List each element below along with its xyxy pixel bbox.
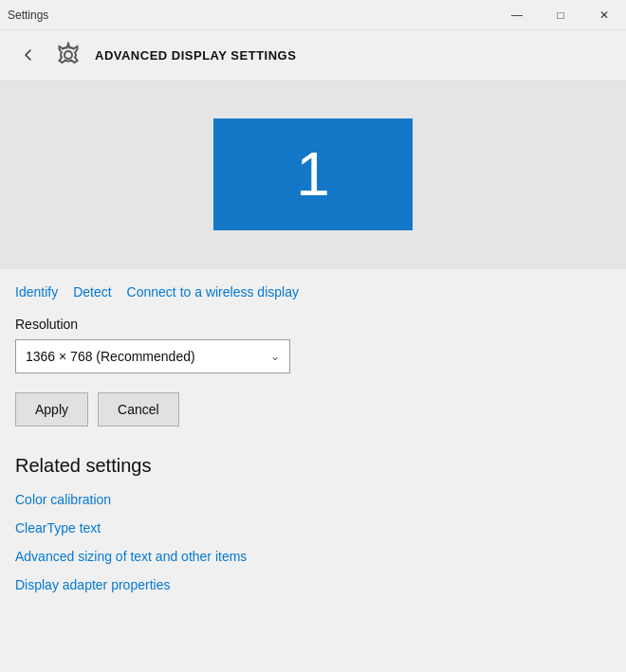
title-bar-left: Settings <box>8 9 48 22</box>
content-area: 1 Identify Detect Connect to a wireless … <box>0 80 626 672</box>
resolution-label: Resolution <box>15 317 611 332</box>
apply-button[interactable]: Apply <box>15 392 88 427</box>
display-monitor: 1 <box>213 118 413 230</box>
display-adapter-link[interactable]: Display adapter properties <box>15 577 611 592</box>
cancel-button[interactable]: Cancel <box>98 392 179 427</box>
detect-link[interactable]: Detect <box>73 284 111 300</box>
buttons-row: Apply Cancel <box>15 392 611 427</box>
chevron-down-icon: ⌄ <box>270 350 280 363</box>
back-icon <box>21 47 36 63</box>
svg-point-0 <box>64 51 72 59</box>
color-calibration-link[interactable]: Color calibration <box>15 492 611 507</box>
resolution-dropdown[interactable]: 1366 × 768 (Recommended) ⌄ <box>15 339 290 373</box>
page-title: ADVANCED DISPLAY SETTINGS <box>95 48 296 63</box>
display-preview-area: 1 <box>0 80 626 269</box>
minimize-button[interactable]: — <box>495 0 539 30</box>
title-bar: Settings — □ ✕ <box>0 0 626 30</box>
header: ADVANCED DISPLAY SETTINGS <box>0 30 626 80</box>
back-button[interactable] <box>15 42 42 68</box>
window: Settings — □ ✕ ADVANCED DISPLAY SETTINGS… <box>0 0 626 672</box>
cleartype-text-link[interactable]: ClearType text <box>15 520 611 536</box>
resolution-value: 1366 × 768 (Recommended) <box>26 349 195 364</box>
advanced-sizing-link[interactable]: Advanced sizing of text and other items <box>15 549 611 564</box>
links-row: Identify Detect Connect to a wireless di… <box>15 284 611 300</box>
close-button[interactable]: ✕ <box>582 0 626 30</box>
title-bar-title: Settings <box>8 9 48 22</box>
identify-link[interactable]: Identify <box>15 284 58 300</box>
related-settings-title: Related settings <box>15 455 611 477</box>
maximize-button[interactable]: □ <box>539 0 582 30</box>
monitor-number: 1 <box>296 144 330 205</box>
gear-icon <box>55 42 82 68</box>
title-bar-controls: — □ ✕ <box>495 0 626 30</box>
wireless-display-link[interactable]: Connect to a wireless display <box>127 284 299 300</box>
